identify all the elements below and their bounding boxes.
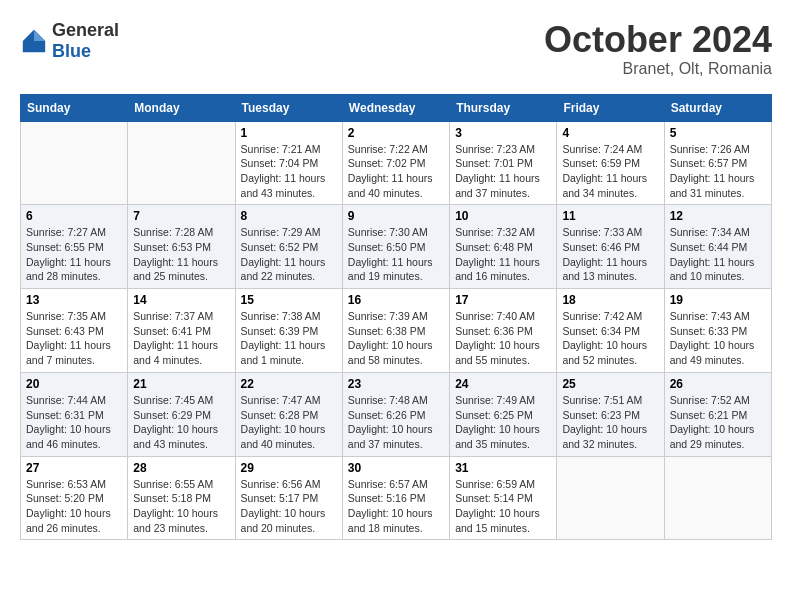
day-info: Sunrise: 7:47 AMSunset: 6:28 PMDaylight:…	[241, 393, 337, 452]
table-row: 30Sunrise: 6:57 AMSunset: 5:16 PMDayligh…	[342, 456, 449, 540]
col-sunday: Sunday	[21, 94, 128, 121]
table-row: 31Sunrise: 6:59 AMSunset: 5:14 PMDayligh…	[450, 456, 557, 540]
calendar-header-row: Sunday Monday Tuesday Wednesday Thursday…	[21, 94, 772, 121]
table-row: 18Sunrise: 7:42 AMSunset: 6:34 PMDayligh…	[557, 289, 664, 373]
day-info: Sunrise: 7:23 AMSunset: 7:01 PMDaylight:…	[455, 142, 551, 201]
day-number: 16	[348, 293, 444, 307]
day-info: Sunrise: 7:51 AMSunset: 6:23 PMDaylight:…	[562, 393, 658, 452]
day-number: 30	[348, 461, 444, 475]
table-row: 24Sunrise: 7:49 AMSunset: 6:25 PMDayligh…	[450, 372, 557, 456]
day-info: Sunrise: 7:32 AMSunset: 6:48 PMDaylight:…	[455, 225, 551, 284]
day-info: Sunrise: 6:57 AMSunset: 5:16 PMDaylight:…	[348, 477, 444, 536]
table-row: 17Sunrise: 7:40 AMSunset: 6:36 PMDayligh…	[450, 289, 557, 373]
table-row: 27Sunrise: 6:53 AMSunset: 5:20 PMDayligh…	[21, 456, 128, 540]
day-number: 31	[455, 461, 551, 475]
day-number: 10	[455, 209, 551, 223]
table-row: 9Sunrise: 7:30 AMSunset: 6:50 PMDaylight…	[342, 205, 449, 289]
day-info: Sunrise: 7:52 AMSunset: 6:21 PMDaylight:…	[670, 393, 766, 452]
month-title: October 2024	[544, 20, 772, 60]
day-number: 6	[26, 209, 122, 223]
day-number: 25	[562, 377, 658, 391]
table-row: 13Sunrise: 7:35 AMSunset: 6:43 PMDayligh…	[21, 289, 128, 373]
day-number: 26	[670, 377, 766, 391]
day-info: Sunrise: 7:42 AMSunset: 6:34 PMDaylight:…	[562, 309, 658, 368]
col-tuesday: Tuesday	[235, 94, 342, 121]
day-number: 24	[455, 377, 551, 391]
table-row: 23Sunrise: 7:48 AMSunset: 6:26 PMDayligh…	[342, 372, 449, 456]
table-row: 25Sunrise: 7:51 AMSunset: 6:23 PMDayligh…	[557, 372, 664, 456]
day-info: Sunrise: 7:22 AMSunset: 7:02 PMDaylight:…	[348, 142, 444, 201]
day-info: Sunrise: 7:28 AMSunset: 6:53 PMDaylight:…	[133, 225, 229, 284]
day-number: 23	[348, 377, 444, 391]
col-saturday: Saturday	[664, 94, 771, 121]
table-row: 5Sunrise: 7:26 AMSunset: 6:57 PMDaylight…	[664, 121, 771, 205]
day-info: Sunrise: 7:37 AMSunset: 6:41 PMDaylight:…	[133, 309, 229, 368]
day-info: Sunrise: 7:29 AMSunset: 6:52 PMDaylight:…	[241, 225, 337, 284]
day-info: Sunrise: 7:21 AMSunset: 7:04 PMDaylight:…	[241, 142, 337, 201]
day-number: 3	[455, 126, 551, 140]
location-title: Branet, Olt, Romania	[544, 60, 772, 78]
day-number: 14	[133, 293, 229, 307]
logo-icon	[20, 27, 48, 55]
day-info: Sunrise: 7:30 AMSunset: 6:50 PMDaylight:…	[348, 225, 444, 284]
table-row: 7Sunrise: 7:28 AMSunset: 6:53 PMDaylight…	[128, 205, 235, 289]
day-info: Sunrise: 6:53 AMSunset: 5:20 PMDaylight:…	[26, 477, 122, 536]
day-number: 19	[670, 293, 766, 307]
table-row	[21, 121, 128, 205]
day-number: 21	[133, 377, 229, 391]
day-info: Sunrise: 7:49 AMSunset: 6:25 PMDaylight:…	[455, 393, 551, 452]
day-number: 12	[670, 209, 766, 223]
table-row: 20Sunrise: 7:44 AMSunset: 6:31 PMDayligh…	[21, 372, 128, 456]
day-info: Sunrise: 7:39 AMSunset: 6:38 PMDaylight:…	[348, 309, 444, 368]
table-row: 26Sunrise: 7:52 AMSunset: 6:21 PMDayligh…	[664, 372, 771, 456]
day-info: Sunrise: 7:48 AMSunset: 6:26 PMDaylight:…	[348, 393, 444, 452]
table-row: 29Sunrise: 6:56 AMSunset: 5:17 PMDayligh…	[235, 456, 342, 540]
day-info: Sunrise: 7:44 AMSunset: 6:31 PMDaylight:…	[26, 393, 122, 452]
day-number: 2	[348, 126, 444, 140]
table-row: 21Sunrise: 7:45 AMSunset: 6:29 PMDayligh…	[128, 372, 235, 456]
table-row	[128, 121, 235, 205]
page-header: General Blue October 2024 Branet, Olt, R…	[20, 20, 772, 78]
calendar-week-row: 20Sunrise: 7:44 AMSunset: 6:31 PMDayligh…	[21, 372, 772, 456]
day-number: 13	[26, 293, 122, 307]
table-row: 22Sunrise: 7:47 AMSunset: 6:28 PMDayligh…	[235, 372, 342, 456]
day-info: Sunrise: 7:26 AMSunset: 6:57 PMDaylight:…	[670, 142, 766, 201]
table-row: 28Sunrise: 6:55 AMSunset: 5:18 PMDayligh…	[128, 456, 235, 540]
day-number: 9	[348, 209, 444, 223]
col-wednesday: Wednesday	[342, 94, 449, 121]
day-number: 15	[241, 293, 337, 307]
table-row: 12Sunrise: 7:34 AMSunset: 6:44 PMDayligh…	[664, 205, 771, 289]
day-info: Sunrise: 7:24 AMSunset: 6:59 PMDaylight:…	[562, 142, 658, 201]
calendar-week-row: 6Sunrise: 7:27 AMSunset: 6:55 PMDaylight…	[21, 205, 772, 289]
day-number: 1	[241, 126, 337, 140]
calendar-week-row: 13Sunrise: 7:35 AMSunset: 6:43 PMDayligh…	[21, 289, 772, 373]
table-row: 15Sunrise: 7:38 AMSunset: 6:39 PMDayligh…	[235, 289, 342, 373]
day-info: Sunrise: 7:27 AMSunset: 6:55 PMDaylight:…	[26, 225, 122, 284]
day-number: 18	[562, 293, 658, 307]
calendar-week-row: 1Sunrise: 7:21 AMSunset: 7:04 PMDaylight…	[21, 121, 772, 205]
svg-marker-1	[34, 30, 45, 41]
table-row: 6Sunrise: 7:27 AMSunset: 6:55 PMDaylight…	[21, 205, 128, 289]
title-block: October 2024 Branet, Olt, Romania	[544, 20, 772, 78]
day-number: 22	[241, 377, 337, 391]
col-thursday: Thursday	[450, 94, 557, 121]
table-row: 2Sunrise: 7:22 AMSunset: 7:02 PMDaylight…	[342, 121, 449, 205]
day-info: Sunrise: 6:56 AMSunset: 5:17 PMDaylight:…	[241, 477, 337, 536]
table-row	[557, 456, 664, 540]
day-number: 29	[241, 461, 337, 475]
table-row: 19Sunrise: 7:43 AMSunset: 6:33 PMDayligh…	[664, 289, 771, 373]
table-row: 14Sunrise: 7:37 AMSunset: 6:41 PMDayligh…	[128, 289, 235, 373]
logo: General Blue	[20, 20, 119, 62]
table-row: 11Sunrise: 7:33 AMSunset: 6:46 PMDayligh…	[557, 205, 664, 289]
table-row: 8Sunrise: 7:29 AMSunset: 6:52 PMDaylight…	[235, 205, 342, 289]
day-number: 5	[670, 126, 766, 140]
day-number: 7	[133, 209, 229, 223]
day-number: 11	[562, 209, 658, 223]
day-info: Sunrise: 6:55 AMSunset: 5:18 PMDaylight:…	[133, 477, 229, 536]
day-number: 20	[26, 377, 122, 391]
calendar-table: Sunday Monday Tuesday Wednesday Thursday…	[20, 94, 772, 541]
day-number: 28	[133, 461, 229, 475]
col-friday: Friday	[557, 94, 664, 121]
day-info: Sunrise: 7:34 AMSunset: 6:44 PMDaylight:…	[670, 225, 766, 284]
table-row: 10Sunrise: 7:32 AMSunset: 6:48 PMDayligh…	[450, 205, 557, 289]
